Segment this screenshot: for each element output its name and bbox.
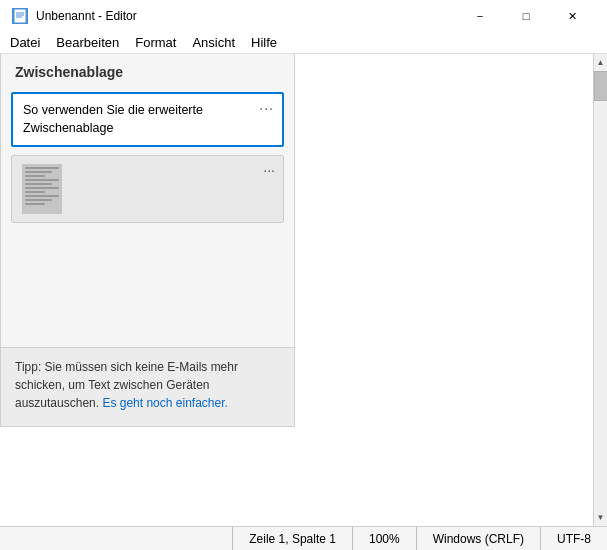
scroll-track[interactable] — [594, 71, 607, 509]
thumb-line — [25, 203, 45, 205]
clipboard-item-2-thumbnail — [22, 164, 62, 214]
status-position: Zeile 1, Spalte 1 — [233, 527, 353, 550]
window-controls: − □ ✕ — [457, 0, 595, 32]
clipboard-item-1-text: So verwenden Sie die erweiterte Zwischen… — [23, 102, 272, 137]
thumb-line — [25, 191, 45, 193]
thumb-line — [25, 195, 59, 197]
svg-rect-0 — [14, 9, 26, 23]
status-line-ending: Windows (CRLF) — [417, 527, 541, 550]
scroll-up-arrow[interactable]: ▲ — [594, 54, 608, 71]
clipboard-item-1[interactable]: So verwenden Sie die erweiterte Zwischen… — [11, 92, 284, 147]
clipboard-panel: Zwischenablage So verwenden Sie die erwe… — [0, 54, 295, 427]
menu-ansicht[interactable]: Ansicht — [184, 33, 243, 52]
clipboard-item-2-menu[interactable]: ··· — [263, 162, 275, 178]
menu-hilfe[interactable]: Hilfe — [243, 33, 285, 52]
scroll-down-arrow[interactable]: ▼ — [594, 509, 608, 526]
status-encoding: UTF-8 — [541, 527, 607, 550]
clipboard-item-2[interactable]: ··· — [11, 155, 284, 223]
clipboard-empty-area — [1, 227, 294, 347]
window-title: Unbenannt - Editor — [36, 9, 457, 23]
scroll-thumb[interactable] — [594, 71, 607, 101]
thumb-line — [25, 199, 52, 201]
thumb-line — [25, 167, 59, 169]
menu-bar: Datei Bearbeiten Format Ansicht Hilfe — [0, 32, 607, 54]
menu-datei[interactable]: Datei — [2, 33, 48, 52]
thumb-line — [25, 187, 59, 189]
thumb-line — [25, 171, 52, 173]
menu-format[interactable]: Format — [127, 33, 184, 52]
close-button[interactable]: ✕ — [549, 0, 595, 32]
clipboard-title: Zwischenablage — [1, 54, 294, 88]
status-bar: Zeile 1, Spalte 1 100% Windows (CRLF) UT… — [0, 526, 607, 550]
status-zoom: 100% — [353, 527, 417, 550]
vertical-scrollbar[interactable]: ▲ ▼ — [593, 54, 607, 526]
minimize-button[interactable]: − — [457, 0, 503, 32]
thumb-line — [25, 175, 45, 177]
menu-bearbeiten[interactable]: Bearbeiten — [48, 33, 127, 52]
clipboard-tip: Tipp: Sie müssen sich keine E-Mails mehr… — [1, 347, 294, 426]
main-area: ▲ ▼ Zwischenablage So verwenden Sie die … — [0, 54, 607, 526]
thumb-line — [25, 179, 59, 181]
app-icon — [12, 8, 28, 24]
status-segment-spacer — [0, 527, 233, 550]
clipboard-item-1-menu[interactable]: ··· — [259, 100, 274, 116]
clipboard-tip-link[interactable]: Es geht noch einfacher. — [102, 396, 227, 410]
maximize-button[interactable]: □ — [503, 0, 549, 32]
title-bar: Unbenannt - Editor − □ ✕ — [0, 0, 607, 32]
thumb-line — [25, 183, 52, 185]
